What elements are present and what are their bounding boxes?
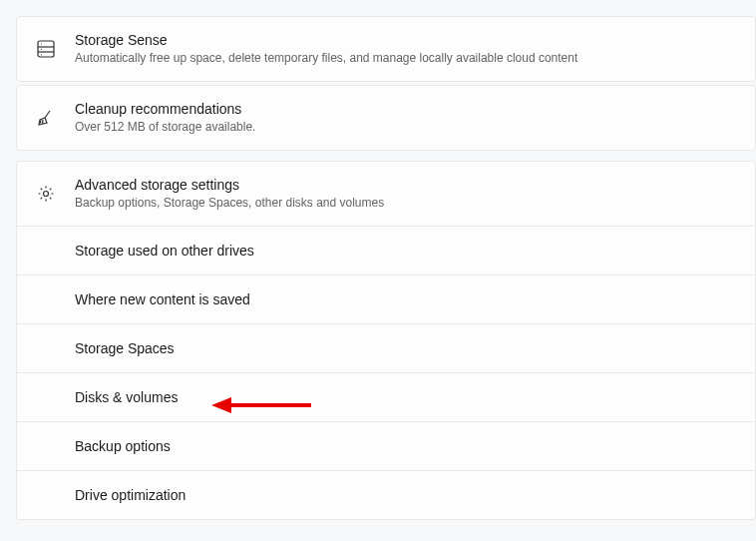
subitem-drive-optimization[interactable]: Drive optimization <box>16 471 756 520</box>
svg-point-4 <box>41 49 42 50</box>
storage-icon <box>35 38 57 60</box>
cleanup-card[interactable]: Cleanup recommendations Over 512 MB of s… <box>16 85 756 151</box>
advanced-subtitle: Backup options, Storage Spaces, other di… <box>75 195 384 212</box>
svg-line-8 <box>43 120 44 124</box>
advanced-storage-card[interactable]: Advanced storage settings Backup options… <box>16 161 756 227</box>
svg-line-6 <box>45 111 50 118</box>
storage-sense-subtitle: Automatically free up space, delete temp… <box>75 50 577 67</box>
broom-icon <box>35 107 57 129</box>
cleanup-subtitle: Over 512 MB of storage available. <box>75 119 255 136</box>
storage-sense-title: Storage Sense <box>75 31 577 49</box>
storage-sense-card[interactable]: Storage Sense Automatically free up spac… <box>16 16 756 82</box>
subitem-storage-used[interactable]: Storage used on other drives <box>16 227 756 275</box>
svg-point-3 <box>41 43 42 44</box>
svg-line-7 <box>40 120 41 123</box>
gear-icon <box>35 183 57 205</box>
svg-point-9 <box>44 191 49 196</box>
svg-point-5 <box>41 54 42 55</box>
cleanup-title: Cleanup recommendations <box>75 100 255 118</box>
subitem-backup-options[interactable]: Backup options <box>16 422 756 471</box>
subitem-storage-spaces[interactable]: Storage Spaces <box>16 324 756 373</box>
subitem-new-content[interactable]: Where new content is saved <box>16 275 756 324</box>
svg-rect-0 <box>38 41 54 57</box>
subitem-disks-volumes[interactable]: Disks & volumes <box>16 373 756 422</box>
advanced-title: Advanced storage settings <box>75 176 384 194</box>
